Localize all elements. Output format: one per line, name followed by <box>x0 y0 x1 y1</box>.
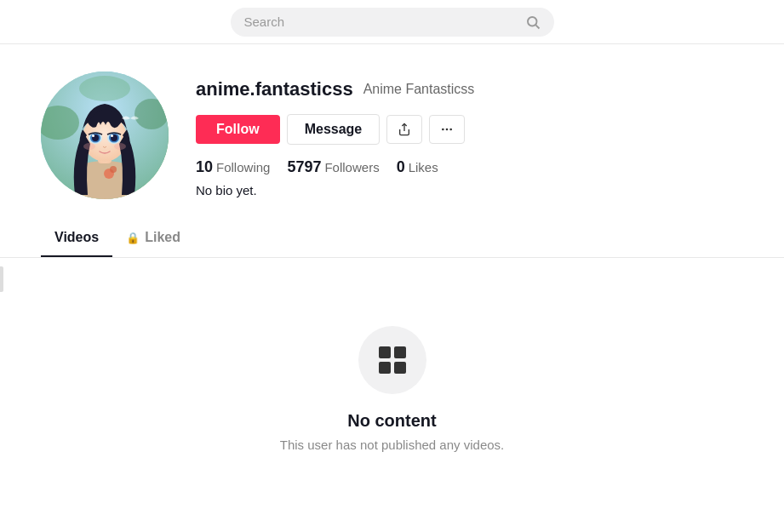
tab-videos[interactable]: Videos <box>41 220 112 257</box>
avatar-image <box>41 72 169 199</box>
more-icon <box>440 123 454 136</box>
username-row: anime.fantasticss Anime Fantasticss <box>196 78 743 100</box>
svg-point-22 <box>442 129 444 131</box>
search-icon <box>525 14 541 30</box>
username: anime.fantasticss <box>196 78 353 100</box>
svg-point-14 <box>92 134 94 137</box>
svg-point-0 <box>528 17 537 26</box>
profile-info: anime.fantasticss Anime Fantasticss Foll… <box>196 72 743 197</box>
profile-section: anime.fantasticss Anime Fantasticss Foll… <box>0 44 784 199</box>
avatar <box>41 72 169 199</box>
tab-liked-label: Liked <box>145 230 180 245</box>
likes-count: 0 <box>397 158 405 176</box>
share-button[interactable] <box>386 115 422 144</box>
grid-cell-2 <box>394 346 406 358</box>
svg-point-18 <box>111 134 113 137</box>
grid-cell-4 <box>394 362 406 374</box>
lock-icon: 🔒 <box>126 232 140 244</box>
likes-stat[interactable]: 0 Likes <box>397 158 438 176</box>
grid-cell-1 <box>379 346 391 358</box>
share-icon <box>398 123 411 136</box>
display-name: Anime Fantasticss <box>363 82 475 97</box>
likes-label: Likes <box>409 160 438 174</box>
more-options-button[interactable] <box>429 115 465 144</box>
tab-liked[interactable]: 🔒 Liked <box>112 220 194 257</box>
followers-stat[interactable]: 5797 Followers <box>287 158 379 176</box>
followers-label: Followers <box>324 160 379 174</box>
bio: No bio yet. <box>196 183 743 197</box>
svg-point-20 <box>114 143 126 150</box>
message-button[interactable]: Message <box>287 114 381 145</box>
svg-point-5 <box>79 76 130 101</box>
content-area: No content This user has not published a… <box>0 258 784 520</box>
svg-point-4 <box>134 99 169 129</box>
svg-point-8 <box>110 166 117 173</box>
svg-point-23 <box>446 129 449 131</box>
no-content-description: This user has not published any videos. <box>280 438 505 452</box>
following-count: 10 <box>196 158 213 176</box>
left-edge-indicator <box>0 266 3 292</box>
followers-count: 5797 <box>287 158 321 176</box>
svg-point-24 <box>450 129 453 131</box>
header <box>0 0 784 44</box>
svg-point-19 <box>83 143 95 150</box>
following-stat[interactable]: 10 Following <box>196 158 270 176</box>
following-label: Following <box>216 160 270 174</box>
tab-videos-label: Videos <box>54 230 99 245</box>
svg-line-1 <box>535 25 539 28</box>
grid-icon <box>379 346 406 374</box>
no-content-title: No content <box>347 411 436 431</box>
search-input[interactable] <box>244 14 518 29</box>
action-buttons: Follow Message <box>196 114 743 145</box>
follow-button[interactable]: Follow <box>196 115 280 144</box>
tabs-section: Videos 🔒 Liked <box>0 220 784 258</box>
search-bar <box>231 8 554 37</box>
no-content-icon-container <box>358 326 426 394</box>
grid-cell-3 <box>379 362 391 374</box>
stats-row: 10 Following 5797 Followers 0 Likes <box>196 158 743 176</box>
avatar-container <box>41 72 169 199</box>
